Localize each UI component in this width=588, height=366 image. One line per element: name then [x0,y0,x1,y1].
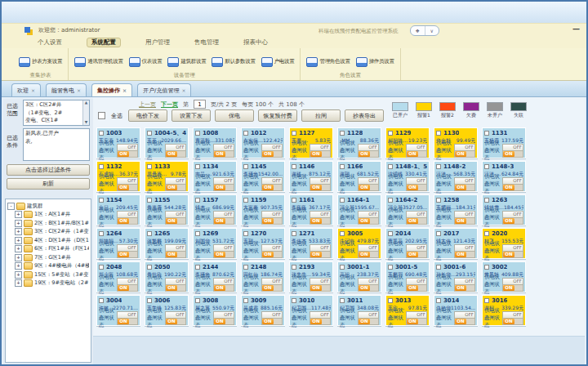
menu-item-4[interactable]: 售电管理 [194,38,219,47]
meter-card[interactable]: 3001-5王麒羽690.48元供电状态OFF合闸状态ON [385,261,430,292]
chevron-down-icon[interactable]: ∨ [425,26,439,35]
meter-card[interactable]: 1269刘国华531.72元供电状态OFF合闸状态ON [193,228,237,259]
switch-status-toggle[interactable]: ON [261,184,283,191]
switch-status-toggle[interactable]: ON [213,184,234,191]
meter-card[interactable]: 2017钱大伟121.43元供电状态OFF合闸状态ON [434,228,478,259]
meter-card[interactable]: 1164-2冯立琴3527.05…供电状态OFF合闸状态ON [385,194,430,225]
switch-status-toggle[interactable]: ON [406,284,427,292]
meter-card[interactable]: 3013王欣-…97.81元供电状态OFF合闸状态ON [385,295,430,326]
card-checkbox[interactable] [292,164,296,169]
card-checkbox[interactable] [340,198,345,203]
meter-card[interactable]: 1132石虎娟…36.37元供电状态OFF合闸状态ON [96,161,140,192]
meter-card[interactable]: 3014仇艳华1103.54…供电状态OFF合闸状态ON [434,295,478,326]
tab-2[interactable]: 能管售电× [46,83,87,96]
tree-node[interactable]: +19区：9#变电站（2# [7,279,89,288]
meter-card[interactable]: 2050贵竹欣190.22元供电状态OFF合闸状态ON [145,261,189,292]
card-checkbox[interactable] [147,265,152,270]
meter-card[interactable]: 1164-1冯立琴1595.67…供电状态OFF合闸状态ON [337,194,381,225]
card-checkbox[interactable] [436,265,441,270]
toolbar-button-3[interactable]: 保电 [215,109,254,122]
meter-card[interactable]: 1134韦品-…921.63元供电状态OFF合闸状态ON [193,161,237,192]
switch-status-toggle[interactable]: ON [502,251,523,258]
switch-status-toggle[interactable]: ON [502,217,523,225]
meter-card[interactable]: 3005牛记申479.87元供电状态OFF合闸状态ON [337,228,381,259]
card-checkbox[interactable] [99,198,104,203]
card-checkbox[interactable] [243,164,248,169]
card-checkbox[interactable] [292,265,296,270]
next-page-link[interactable]: 下一页 [161,100,178,109]
switch-status-toggle[interactable]: ON [454,217,475,225]
expand-icon[interactable]: + [15,254,22,261]
meter-card[interactable]: 1131王杨霞137.59元供电状态OFF合闸状态ON [482,127,526,158]
switch-status-toggle[interactable]: ON [358,217,379,225]
card-checkbox[interactable] [436,131,441,136]
card-checkbox[interactable] [436,231,441,236]
tree-node[interactable]: +7区：G区1#井 [7,253,89,262]
meter-card[interactable]: 1270王翔-…127.57元供电状态OFF合闸状态ON [241,228,285,259]
card-checkbox[interactable] [147,198,152,203]
card-checkbox[interactable] [99,164,104,169]
toolbar-button-1[interactable]: 电价下发 [128,109,167,122]
switch-status-toggle[interactable]: ON [117,184,138,191]
meter-card[interactable]: 1128-MM…88.36元供电状态OFF合闸状态ON [337,127,381,158]
switch-status-toggle[interactable]: ON [261,318,283,325]
select-all-checkbox[interactable] [98,112,105,119]
meter-card[interactable]: 1166谢翔681.52元供电状态OFF合闸状态ON [337,161,381,192]
switch-status-toggle[interactable]: ON [310,150,331,158]
menu-item-2[interactable]: 系统配置 [87,38,121,47]
card-checkbox[interactable] [195,231,200,236]
meter-card[interactable]: 2048郑少富108.68元供电状态OFF合闸状态ON [96,261,140,292]
switch-status-toggle[interactable]: ON [502,318,523,325]
scroll-down-icon[interactable]: ▼ [83,120,89,125]
meter-card[interactable]: 1129郝妞妹…19.23元供电状态OFF合闸状态ON [385,127,430,158]
card-checkbox[interactable] [340,164,345,169]
card-checkbox[interactable] [484,265,489,270]
tree-node[interactable]: +15区：5#变站（3#变 [7,270,89,279]
toolbar-button-5[interactable]: 拉闸 [301,109,341,122]
meter-card[interactable]: 2193张先生…59.34元供电状态OFF合闸状态ON [289,261,333,292]
switch-status-toggle[interactable]: ON [117,284,138,292]
switch-status-toggle[interactable]: ON [406,217,427,225]
meter-card[interactable]: 1004-5、43—王英2029.66…供电状态OFF合闸状态ON [145,127,189,158]
ribbon-button[interactable]: 管理角色设置 [306,57,350,67]
card-checkbox[interactable] [292,298,296,303]
switch-status-toggle[interactable]: ON [117,251,138,258]
card-checkbox[interactable] [388,298,393,303]
tree-node[interactable]: +1区：A区1#井 [7,211,89,220]
meter-card[interactable]: 1145李瑾光1542.00…供电状态OFF合闸状态ON [241,161,285,192]
meter-card[interactable]: 1012衣实保…122.42元供电状态OFF合闸状态ON [241,127,285,158]
ribbon-button[interactable]: 默认参数设置 [212,57,255,67]
switch-status-toggle[interactable]: ON [358,150,379,158]
card-checkbox[interactable] [436,198,441,203]
card-checkbox[interactable] [484,164,489,169]
switch-status-toggle[interactable]: ON [310,251,331,258]
meter-card[interactable]: 1159大富豪907.35元供电状态OFF合闸状态ON [241,194,285,225]
card-checkbox[interactable] [243,265,248,270]
card-checkbox[interactable] [99,265,104,270]
switch-status-toggle[interactable]: ON [165,217,186,225]
switch-status-toggle[interactable]: ON [117,217,138,225]
card-checkbox[interactable] [195,198,200,203]
card-checkbox[interactable] [484,231,489,236]
switch-status-toggle[interactable]: ON [454,284,475,292]
switch-status-toggle[interactable]: ON [213,284,234,292]
choose-filter-button[interactable]: 点击选择过滤条件 [7,164,90,176]
switch-status-toggle[interactable]: ON [165,150,186,158]
switch-status-toggle[interactable]: ON [502,184,523,191]
meter-card[interactable]: 3016谢柯339.29元供电状态OFF合闸状态ON [482,295,526,326]
switch-status-toggle[interactable]: ON [502,150,523,158]
tab-4[interactable]: 开户/充值管理× [137,83,191,96]
meter-card[interactable]: 1265张繁麒199.09元供电状态OFF合闸状态ON [145,228,189,259]
menu-item-3[interactable]: 用户管理 [145,38,170,47]
meter-card[interactable]: 1127王謇-…5.83元供电状态OFF合闸状态ON [289,127,333,158]
meter-card[interactable]: 1271李伟杰533.83元供电状态OFF合闸状态ON [289,228,333,259]
card-checkbox[interactable] [243,298,248,303]
scroll-up-icon[interactable]: ▲ [83,100,89,105]
meter-card[interactable]: 3008展之翼550.97元供电状态OFF合闸状态ON [193,295,237,326]
switch-status-toggle[interactable]: ON [502,284,523,292]
tree-node[interactable]: +2区：B区1#井/B区1# [7,219,89,228]
meter-card[interactable]: 3009吴成君885.16元供电状态OFF合闸状态ON [241,295,285,326]
meter-card[interactable]: 1258王媚丽…184.31元供电状态OFF合闸状态ON [434,194,478,225]
switch-status-toggle[interactable]: ON [454,150,475,158]
switch-status-toggle[interactable]: ON [310,184,331,191]
